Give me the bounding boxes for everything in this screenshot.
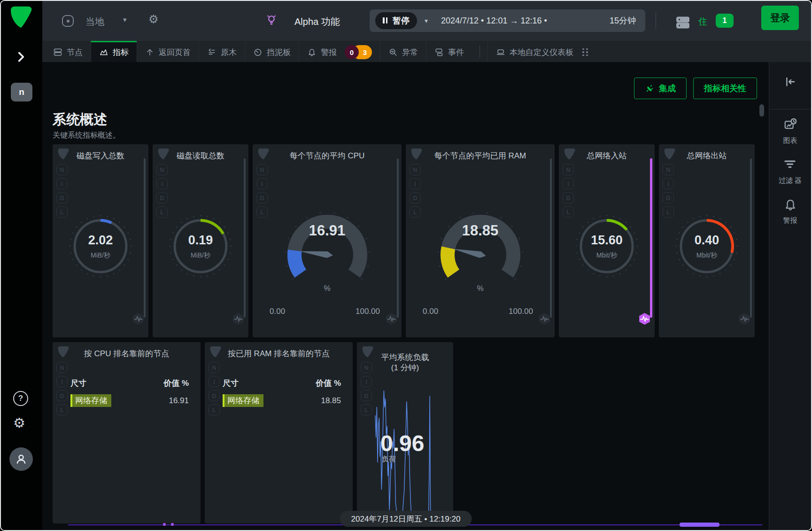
toolbox-N-button[interactable]: N: [663, 164, 674, 175]
dimension-chip[interactable]: 网络存储: [223, 394, 263, 407]
login-button[interactable]: 登录: [761, 6, 799, 30]
chart-title[interactable]: 磁盘读取总数: [170, 151, 231, 161]
toolbox-L-button[interactable]: L: [256, 206, 268, 218]
toolbox-D-button[interactable]: D: [209, 390, 220, 401]
toolbox-N-button[interactable]: N: [156, 164, 168, 175]
chart-title[interactable]: 每个节点的平均 CPU: [271, 151, 384, 161]
chart-title[interactable]: 按 CPU 排名靠前的节点: [70, 349, 183, 359]
toolbox-N-button[interactable]: N: [56, 362, 68, 373]
alpha-features-label[interactable]: Alpha 功能: [294, 16, 340, 28]
chart-title[interactable]: 平均系统负载(1 分钟): [366, 352, 444, 373]
tab-logs[interactable]: 原木: [199, 41, 245, 62]
tab-back-to-top[interactable]: 返回页首: [137, 41, 199, 62]
rail-item-alerts[interactable]: 警报: [783, 197, 797, 225]
scope-icon[interactable]: [62, 15, 74, 27]
chart-scrollbar[interactable]: [750, 158, 752, 318]
chart-scrollbar[interactable]: [550, 158, 552, 318]
timebox-chevron-down-icon[interactable]: ▾: [425, 17, 428, 24]
sidebar-expand-icon[interactable]: [15, 51, 27, 63]
dimension-chip[interactable]: 网络存储: [70, 394, 111, 407]
settings-gear-icon[interactable]: ⚙: [13, 416, 25, 430]
toolbox-N-button[interactable]: N: [56, 164, 68, 175]
alpha-bulb-icon[interactable]: [265, 14, 278, 27]
toolbox-D-button[interactable]: D: [256, 192, 268, 203]
toolbox-D-button[interactable]: D: [56, 390, 68, 401]
current-datetime-pill[interactable]: 2024年7月12日周五 • 12:19:20: [340, 511, 472, 527]
chart-title[interactable]: 总网络出站: [677, 151, 737, 161]
critical-count-badge[interactable]: 0: [345, 45, 359, 59]
tab-custom-dashboard[interactable]: 本地自定义仪表板: [487, 41, 596, 62]
toolbox-I-button[interactable]: I: [663, 178, 674, 189]
chart-title[interactable]: 每个节点的平均已用 RAM: [424, 151, 537, 161]
help-button[interactable]: ?: [13, 391, 28, 406]
integrations-button[interactable]: 集成: [634, 78, 687, 99]
anomaly-pulse-icon[interactable]: [385, 312, 398, 325]
toolbox-L-button[interactable]: L: [663, 206, 674, 218]
net-in-chart[interactable]: 15.60Mbit/秒: [572, 211, 642, 281]
disk-read-chart[interactable]: 0.19MiB/秒: [165, 211, 236, 281]
toolbox-I-button[interactable]: I: [256, 178, 268, 189]
user-avatar[interactable]: [9, 447, 33, 471]
toolbox-N-button[interactable]: N: [209, 362, 220, 373]
chart-scrollbar[interactable]: [144, 158, 146, 318]
tab-alerts[interactable]: 警报30: [299, 41, 380, 62]
toolbox-I-button[interactable]: I: [56, 376, 68, 387]
cpu-chart[interactable]: [273, 206, 381, 296]
node-avatar-badge[interactable]: n: [11, 83, 32, 102]
anomaly-pulse-icon[interactable]: [638, 312, 651, 325]
toolbox-L-button[interactable]: L: [361, 404, 372, 415]
net-out-chart[interactable]: 0.40Mbit/秒: [672, 211, 742, 281]
date-time-picker[interactable]: 暂停 ▾ 2024/7/12 • 12:01 → 12:16 • 15分钟: [370, 9, 645, 32]
metric-correlations-button[interactable]: 指标相关性: [693, 78, 757, 99]
toolbox-D-button[interactable]: D: [563, 192, 574, 203]
tab-dashboards[interactable]: 挡泥板: [245, 41, 299, 62]
toolbox-D-button[interactable]: D: [663, 192, 674, 203]
chart-scrollbar[interactable]: [650, 158, 652, 318]
toolbox-I-button[interactable]: I: [563, 178, 574, 189]
chart-title[interactable]: 总网络入站: [577, 151, 637, 161]
chart-scrollbar[interactable]: [397, 158, 399, 318]
tab-anomalies[interactable]: 异常: [380, 41, 426, 62]
anomaly-pulse-icon[interactable]: [132, 312, 145, 325]
toolbox-D-button[interactable]: D: [56, 192, 68, 203]
collapse-sidebar-icon[interactable]: [784, 75, 797, 88]
chart-scrollbar[interactable]: [244, 158, 246, 318]
toolbox-L-button[interactable]: L: [56, 206, 68, 218]
toolbox-N-button[interactable]: N: [361, 362, 372, 373]
tab-events[interactable]: 事件: [426, 41, 472, 62]
toolbox-N-button[interactable]: N: [563, 164, 574, 175]
toolbox-N-button[interactable]: N: [256, 164, 268, 175]
space-chevron-down-icon[interactable]: ▾: [123, 16, 127, 24]
drag-handle-icon[interactable]: [582, 48, 588, 56]
toolbox-I-button[interactable]: I: [410, 178, 421, 189]
node-count-badge[interactable]: 1: [716, 14, 734, 28]
nodes-indicator-icon[interactable]: [675, 15, 691, 27]
toolbox-L-button[interactable]: L: [563, 206, 574, 218]
anomaly-pulse-icon[interactable]: [538, 312, 551, 325]
toolbox-L-button[interactable]: L: [156, 206, 168, 218]
toolbox-D-button[interactable]: D: [156, 192, 168, 203]
chart-title[interactable]: 磁盘写入总数: [70, 151, 131, 161]
tab-metrics[interactable]: 指标: [91, 41, 137, 62]
space-settings-gear-icon[interactable]: ⚙: [148, 14, 159, 25]
main-scrollbar[interactable]: [759, 104, 764, 117]
toolbox-L-button[interactable]: L: [209, 404, 220, 415]
pause-button[interactable]: 暂停: [375, 12, 417, 29]
chart-title[interactable]: 按已用 RAM 排名靠前的节点: [223, 349, 335, 359]
tab-nodes[interactable]: 节点: [45, 41, 91, 62]
anomaly-pulse-icon[interactable]: [738, 312, 751, 325]
toolbox-N-button[interactable]: N: [410, 164, 421, 175]
toolbox-D-button[interactable]: D: [361, 390, 372, 401]
timeline-highlight-bar[interactable]: [680, 523, 719, 527]
toolbox-L-button[interactable]: L: [410, 206, 421, 218]
space-name[interactable]: 当地: [85, 16, 104, 28]
toolbox-I-button[interactable]: I: [56, 178, 68, 189]
rail-item-charts[interactable]: 图表: [783, 117, 797, 145]
rail-item-filters[interactable]: 过滤 器: [779, 157, 802, 185]
ram-chart[interactable]: [426, 206, 534, 296]
disk-write-chart[interactable]: 2.02MiB/秒: [65, 211, 136, 281]
toolbox-I-button[interactable]: I: [361, 376, 372, 387]
toolbox-I-button[interactable]: I: [156, 178, 168, 189]
anomaly-pulse-icon[interactable]: [232, 312, 245, 325]
toolbox-I-button[interactable]: I: [209, 376, 220, 387]
